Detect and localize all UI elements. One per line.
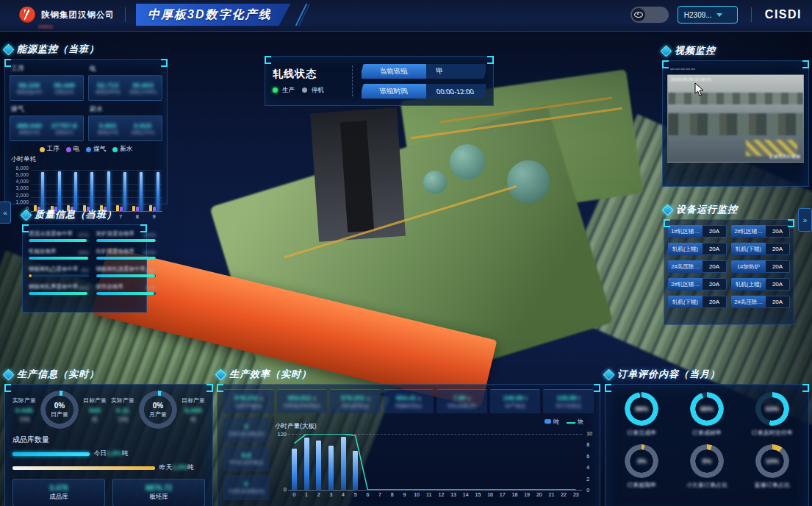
right-axis-tick: 0 [586, 488, 592, 493]
equipment-label-chip[interactable]: 轧机(下辊) [731, 243, 766, 255]
production-ring-group: 实际产量 0.11 万吨 0% 月产量 目标产量 5,000 吨 [111, 391, 205, 429]
stock-bar-text: 昨天1,253吨 [159, 463, 194, 472]
quality-metric: 钢板终轧凸度命中率 5% [29, 266, 89, 277]
quality-metric-percent: 98% [79, 285, 89, 291]
equipment-label-chip[interactable]: 轧机(上辊) [668, 243, 703, 255]
quality-metric-percent: 100% [143, 250, 156, 255]
panel-title-row: 能源监控（当班） [4, 43, 168, 56]
right-panel-collapse-handle[interactable]: » [798, 208, 812, 232]
quality-metric-label: 钢板终轧温度命中率 [96, 266, 146, 273]
hourly-chart-legend: 吨 块 [545, 418, 583, 426]
legend-dot [112, 147, 118, 152]
efficiency-stat-value: 7.80 s [453, 394, 471, 402]
equipment-label-chip[interactable]: 2#轧区辅… [731, 225, 766, 238]
equipment-label-chip[interactable]: 轧机(下辊) [668, 296, 703, 308]
hourly-xtick: 3 [325, 492, 337, 497]
energy-metric-col: 30.603 总耗(万kWh) [127, 78, 159, 98]
legend-item: 停机 [302, 86, 324, 95]
equipment-label-chip[interactable]: 1#加热炉 [731, 260, 766, 273]
energy-panel-body: 工序 68.226 单耗(kgce/t) 39.449 总耗(tce) 电 52… [4, 59, 168, 204]
production-ring-group: 实际产量 0.045 万吨 0% 日产量 目标产量 500 吨 [12, 391, 107, 429]
efficiency-stat-card: 576.201 s 纯轧时间(s) [330, 389, 381, 413]
quality-progress-track [96, 257, 157, 260]
visibility-toggle[interactable] [630, 7, 669, 23]
diamond-icon [662, 204, 674, 215]
output-progress-ring: 0% 日产量 [40, 391, 79, 429]
side-box-label: 平均轧制节奏(s) [229, 460, 264, 466]
equipment-label-chip[interactable]: 2#轧区辅… [668, 278, 703, 291]
left-panel-collapse-handle[interactable]: « [0, 202, 11, 224]
legend-item-tons: 吨 [545, 418, 559, 426]
quality-metric-label: 出炉温度合格率 [96, 248, 135, 255]
right-axis-tick: 6 [586, 454, 592, 459]
energy-ytick: 2,000 [10, 193, 29, 198]
diamond-icon [3, 43, 15, 55]
energy-metric-card: 工序 68.226 单耗(kgce/t) 39.449 总耗(tce) [10, 64, 84, 101]
device-select-dropdown[interactable]: H2309... [678, 6, 738, 24]
order-kpi-label: 订单完成率 [627, 429, 656, 437]
energy-metric-unit: 总耗(万kWh) [129, 89, 157, 96]
hourly-xtick: 23 [570, 492, 582, 497]
hourly-xtick: 14 [459, 492, 472, 497]
energy-metric-name: 新水 [90, 104, 162, 114]
hourly-xtick: 1 [301, 492, 313, 497]
energy-chart-title: 小时单耗 [11, 155, 162, 164]
video-timestamp: 2023-09-26 11:08:41 [671, 77, 711, 82]
efficiency-stat-value: 654.611 s [288, 394, 316, 402]
energy-metric-value: 68.226 [18, 81, 40, 89]
hourly-chart-title: 小时产量(大板) [275, 422, 317, 430]
equipment-label-chip[interactable]: 2#高压除… [731, 296, 766, 308]
production-info-panel: 生产信息（实时） 实际产量 0.045 万吨 0% 日产量 目标产量 500 吨… [4, 368, 213, 506]
donut-percent: 95% [690, 392, 724, 426]
equipment-label-chip[interactable]: 2#高压除… [668, 260, 703, 273]
equipment-grid: 1#轧区辅… 20A 2#轧区辅… 20A 轧机(上辊) 20A 轧机(下辊) … [668, 225, 790, 308]
video-feed-thumbnail[interactable]: 2023-09-26 11:08:41 轧钢车间出钢侧 [667, 74, 804, 163]
energy-ytick: 3,000 [10, 185, 29, 190]
right-axis-tick: 10 [586, 431, 592, 436]
energy-metric-value: 486.040 [17, 121, 42, 129]
equipment-current-value: 20A [766, 225, 790, 238]
equipment-label-chip[interactable]: 轧机(上辊) [731, 278, 766, 291]
efficiency-stat-value: 576.201 s [341, 394, 370, 402]
legend-item-pieces: 块 [567, 418, 583, 426]
quality-metric-grid: 层流冷温度命中率 97% 装炉温度合格率 100% 性能合格率 99% 出炉温度… [29, 230, 140, 295]
actual-output-label: 实际产量 [12, 396, 36, 405]
panel-title-row: 设备运行监控 [664, 203, 794, 216]
legend-label: 块 [578, 418, 583, 425]
energy-metric-col: 0.915 总耗(万m³) [127, 118, 159, 138]
quality-metric: 探伤合格率 97% [96, 283, 157, 295]
quality-metric-top: 装炉温度合格率 100% [96, 230, 157, 238]
energy-bar-煤气 [123, 172, 126, 211]
equipment-item: 2#高压除… 20A [731, 296, 790, 308]
efficiency-stat-card: 576.231 s 轧制节奏(s) [223, 389, 274, 413]
production-rings-row: 实际产量 0.045 万吨 0% 日产量 目标产量 500 吨 实际产量 0.1… [12, 391, 205, 429]
quality-metric: 层流冷温度命中率 97% [29, 230, 89, 242]
quality-progress-track [29, 274, 89, 277]
order-kpi: 98% 订单完成率 [611, 392, 672, 437]
hourly-xtick: 4 [337, 492, 350, 497]
eye-icon [632, 8, 645, 21]
energy-bar-工序 [149, 205, 152, 211]
efficiency-side-box: 0 当班待轧块数(块) [223, 418, 269, 443]
target-output-block: 目标产量 5,000 吨 [182, 396, 205, 424]
stock-bar-row: 今日1,201吨 [12, 449, 205, 458]
equipment-item: 轧机(下辊) 20A [668, 296, 727, 308]
stock-bar-unit: 吨 [187, 463, 194, 471]
quality-progress-fill [29, 257, 88, 260]
page-title-plate: 中厚板3D数字化产线 [136, 4, 290, 26]
donut-percent: 5% [690, 444, 724, 478]
equipment-label-chip[interactable]: 1#轧区辅… [668, 225, 703, 238]
energy-bar-group [34, 170, 44, 211]
quality-progress-track [96, 292, 157, 295]
device-select-value: H2309... [684, 11, 712, 19]
equipment-item: 2#高压除… 20A [668, 260, 727, 273]
energy-ytick: 1,000 [10, 199, 29, 204]
energy-bar-group [83, 170, 93, 211]
header-divider [751, 7, 752, 22]
equipment-current-value: 20A [766, 260, 790, 273]
inventory-value: 0.476 [49, 484, 68, 492]
panel-title: 能源监控（当班） [17, 43, 99, 56]
equipment-item: 轧机(上辊) 20A [731, 278, 790, 291]
target-output-unit: 吨 [92, 416, 98, 424]
hourly-xtick: 5 [349, 492, 362, 497]
